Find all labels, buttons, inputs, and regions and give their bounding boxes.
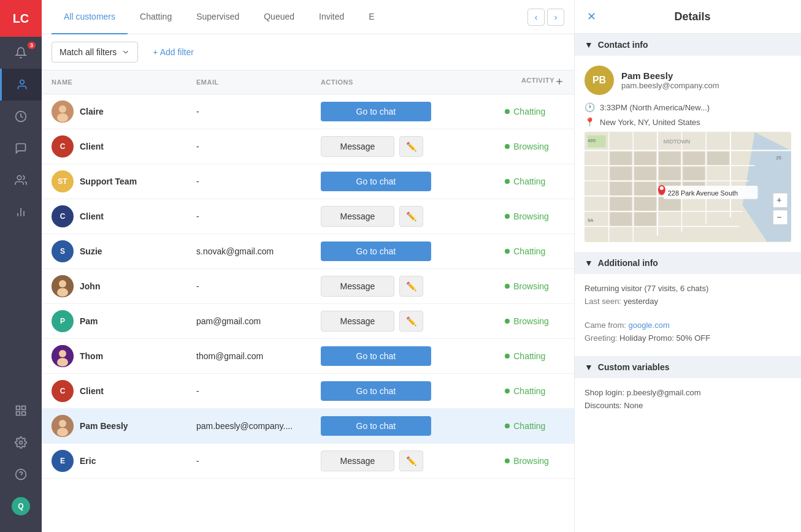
table-row[interactable]: C Client - Message ✏️ Browsing: [42, 129, 574, 164]
status-indicator: [505, 249, 510, 254]
map-container[interactable]: MIDTOWN 495 25 9A 228 Park Avenue South …: [584, 132, 791, 242]
contact-info-content: PB Pam Beesly pam.beesly@company.com 🕐 3…: [575, 56, 801, 252]
tabs-navigation: ‹ ›: [527, 9, 564, 26]
sidebar-item-reports[interactable]: [0, 196, 42, 228]
svg-rect-51: [634, 182, 656, 196]
go-to-chat-button[interactable]: Go to chat: [321, 172, 431, 191]
tab-queued[interactable]: Queued: [251, 0, 307, 34]
sidebar-item-chats[interactable]: [0, 132, 42, 164]
tab-chatting[interactable]: Chatting: [128, 0, 184, 34]
activity-cell: Browsing: [495, 129, 574, 164]
actions-cell: Go to chat: [311, 339, 495, 374]
table-row[interactable]: Claire - Go to chat Chatting: [42, 94, 574, 129]
action-cell: Go to chat: [321, 102, 485, 121]
message-button[interactable]: Message: [321, 206, 394, 227]
name-cell: Claire: [42, 94, 186, 129]
tab-supervised[interactable]: Supervised: [184, 0, 251, 34]
message-button[interactable]: Message: [321, 276, 394, 297]
go-to-chat-button[interactable]: Go to chat: [321, 346, 431, 366]
contact-info-section-header[interactable]: ▼ Contact info: [575, 34, 801, 56]
sidebar-item-settings[interactable]: [0, 427, 42, 458]
svg-rect-46: [610, 167, 632, 180]
sidebar-item-team[interactable]: [0, 164, 42, 196]
came-from-info: Came from: google.com: [584, 321, 791, 330]
contact-name: Pam Beesly: [621, 70, 719, 81]
edit-button[interactable]: ✏️: [399, 276, 423, 297]
add-column-icon[interactable]: [554, 77, 564, 88]
status-text: Chatting: [513, 246, 545, 256]
sidebar-item-notifications[interactable]: 3: [0, 37, 42, 69]
edit-button[interactable]: ✏️: [399, 450, 423, 471]
svg-rect-47: [634, 167, 656, 180]
message-button[interactable]: Message: [321, 450, 394, 471]
col-activity: ACTIVITY: [495, 70, 574, 94]
action-cell: Go to chat: [321, 381, 485, 401]
custom-var-0-label: Shop login:: [584, 388, 624, 397]
actions-cell: Go to chat: [311, 409, 495, 444]
actions-cell: Message ✏️: [311, 129, 495, 164]
status-indicator: [505, 144, 510, 149]
custom-variables-section-header[interactable]: ▼ Custom variables: [575, 356, 801, 378]
edit-button[interactable]: ✏️: [399, 136, 423, 157]
app-logo[interactable]: LC: [0, 0, 42, 37]
sidebar-item-customers[interactable]: [0, 69, 42, 101]
table-row[interactable]: C Client - Go to chat Chatting: [42, 374, 574, 409]
actions-cell: Message ✏️: [311, 444, 495, 479]
name-cell: C Client: [42, 374, 186, 409]
greeting-info: Greeting: Holiday Promo: 50% OFF: [584, 333, 791, 343]
tab-e[interactable]: E: [356, 0, 386, 34]
message-button[interactable]: Message: [321, 311, 394, 332]
greeting-label: Greeting:: [584, 333, 617, 343]
table-row[interactable]: C Client - Message ✏️ Browsing: [42, 199, 574, 234]
last-seen-label: Last seen:: [584, 297, 621, 306]
status-text: Chatting: [513, 107, 545, 116]
customer-name: Support Team: [80, 177, 137, 186]
svg-rect-41: [610, 152, 632, 165]
go-to-chat-button[interactable]: Go to chat: [321, 102, 431, 121]
edit-button[interactable]: ✏️: [399, 206, 423, 227]
came-from-link[interactable]: google.com: [629, 321, 670, 330]
status-text: Chatting: [513, 351, 545, 361]
customers-table: NAME EMAIL ACTIONS ACTIVITY: [42, 70, 574, 479]
sidebar-item-user-profile[interactable]: Q: [0, 490, 42, 522]
message-button[interactable]: Message: [321, 136, 394, 157]
activity-cell: Chatting: [495, 234, 574, 269]
tab-all-customers[interactable]: All customers: [52, 0, 128, 34]
svg-point-20: [57, 288, 68, 297]
customer-name: Thom: [80, 351, 103, 361]
additional-info-section-header[interactable]: ▼ Additional info: [575, 252, 801, 274]
email-cell: -: [186, 164, 311, 199]
tabs-prev-button[interactable]: ‹: [527, 9, 545, 26]
svg-rect-44: [683, 152, 705, 165]
sidebar-item-apps[interactable]: [0, 395, 42, 427]
panel-close-button[interactable]: ✕: [587, 10, 596, 23]
svg-rect-48: [659, 167, 681, 180]
edit-button[interactable]: ✏️: [399, 311, 423, 332]
sidebar-item-history[interactable]: [0, 101, 42, 132]
location-icon: 📍: [584, 117, 595, 127]
custom-var-1-label: Discounts:: [584, 401, 622, 410]
table-row[interactable]: P Pam pam@gmail.com Message ✏️ Browsing: [42, 304, 574, 339]
add-filter-button[interactable]: + Add filter: [145, 42, 201, 62]
sidebar-item-help[interactable]: [0, 458, 42, 490]
table-row[interactable]: Pam Beesly pam.beesly@company.... Go to …: [42, 409, 574, 444]
tab-invited[interactable]: Invited: [307, 0, 356, 34]
svg-rect-7: [22, 406, 26, 410]
additional-info-content: Returning visitor (77 visits, 6 chats) L…: [575, 274, 801, 356]
go-to-chat-button[interactable]: Go to chat: [321, 416, 431, 436]
greeting-value: Holiday Promo: 50% OFF: [619, 333, 710, 343]
match-filter-dropdown[interactable]: Match all filters: [52, 42, 138, 63]
go-to-chat-button[interactable]: Go to chat: [321, 381, 431, 401]
tabs-next-button[interactable]: ›: [547, 9, 564, 26]
notification-badge: 3: [28, 42, 36, 49]
table-row[interactable]: ST Support Team - Go to chat Chatting: [42, 164, 574, 199]
match-filter-label: Match all filters: [59, 47, 117, 57]
email-cell: pam@gmail.com: [186, 304, 311, 339]
table-row[interactable]: E Eric - Message ✏️ Browsing: [42, 444, 574, 479]
go-to-chat-button[interactable]: Go to chat: [321, 241, 431, 261]
table-row[interactable]: Thom thom@gmail.com Go to chat Chatting: [42, 339, 574, 374]
customer-avatar: S: [52, 240, 74, 262]
actions-cell: Message ✏️: [311, 199, 495, 234]
table-row[interactable]: John - Message ✏️ Browsing: [42, 269, 574, 304]
table-row[interactable]: S Suzie s.novak@gmail.com Go to chat Cha…: [42, 234, 574, 269]
